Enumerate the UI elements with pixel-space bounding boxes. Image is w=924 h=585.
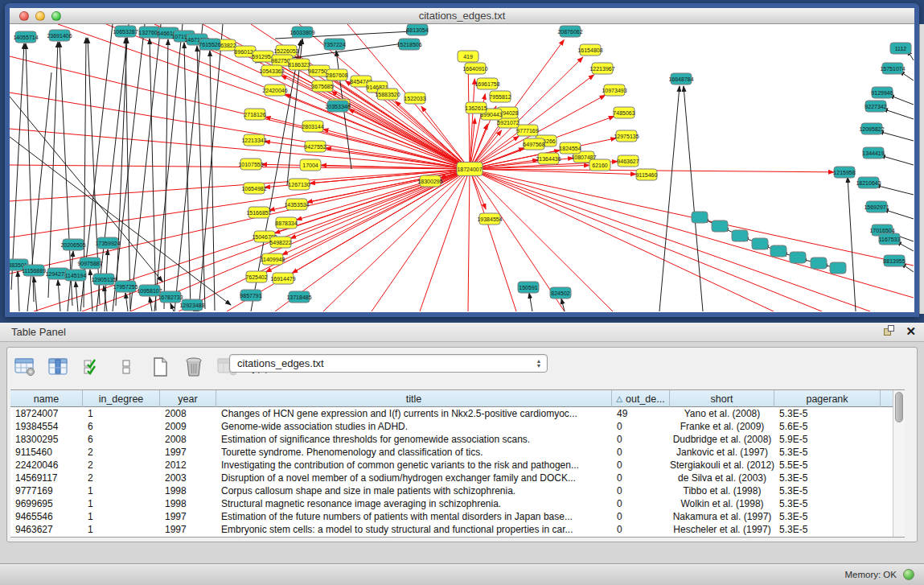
graph-node[interactable]	[115, 281, 136, 292]
row-select-checks-icon[interactable]	[81, 356, 104, 378]
column-visibility-icon[interactable]	[47, 356, 70, 378]
graph-node[interactable]	[890, 43, 911, 54]
graph-node[interactable]	[517, 125, 538, 136]
table-row[interactable]: 2242004622012Investigating the contribut…	[10, 459, 905, 472]
graph-node[interactable]	[866, 201, 887, 212]
graph-node[interactable]	[276, 217, 297, 229]
new-document-icon[interactable]	[149, 356, 171, 378]
graph-node[interactable]	[15, 31, 36, 43]
network-view-window[interactable]: citations_edges.txt 18724007746382289601…	[5, 3, 919, 317]
table-row[interactable]: 911546021997Tourette syndrome. Phenomeno…	[10, 446, 905, 459]
graph-node[interactable]	[518, 282, 539, 293]
graph-node[interactable]	[270, 237, 291, 248]
graph-node[interactable]	[407, 24, 428, 35]
graph-node[interactable]	[265, 84, 285, 96]
graph-node[interactable]	[458, 51, 478, 62]
column-header-out_de[interactable]: △out_de...	[612, 390, 670, 407]
graph-node[interactable]	[479, 213, 500, 225]
graph-node[interactable]	[63, 239, 84, 250]
graph-node[interactable]	[97, 237, 118, 249]
graph-node[interactable]	[636, 169, 657, 180]
graph-node[interactable]	[618, 155, 639, 167]
graph-node[interactable]	[589, 159, 610, 171]
graph-node[interactable]	[261, 65, 282, 76]
close-button[interactable]	[19, 11, 29, 21]
graph-node[interactable]	[490, 91, 511, 102]
table-row[interactable]: 977716911998Corpus callosum shape and si…	[10, 484, 905, 497]
graph-node[interactable]	[872, 87, 893, 98]
graph-node[interactable]	[289, 59, 310, 70]
graph-node[interactable]	[614, 107, 634, 118]
column-header-short[interactable]: short	[670, 390, 774, 407]
graph-node[interactable]	[139, 285, 160, 296]
graph-node[interactable]	[244, 134, 265, 146]
graph-node[interactable]	[65, 270, 86, 281]
graph-node[interactable]	[326, 69, 347, 80]
graph-node[interactable]	[377, 89, 398, 100]
graph-node[interactable]	[465, 63, 486, 74]
graph-node[interactable]	[80, 257, 101, 269]
graph-node[interactable]	[139, 27, 160, 38]
graph-node[interactable]	[538, 153, 559, 164]
graph-node[interactable]	[858, 177, 879, 188]
graph-node[interactable]	[300, 159, 321, 171]
graph-node[interactable]	[327, 101, 348, 112]
graph-node[interactable]	[770, 245, 786, 257]
close-panel-icon[interactable]: ✕	[906, 325, 916, 337]
table-row[interactable]: 1938455462009Genome-wide association stu…	[10, 420, 905, 433]
graph-node[interactable]	[244, 109, 265, 120]
graph-node[interactable]	[324, 39, 345, 50]
graph-node[interactable]	[811, 257, 827, 269]
graph-node[interactable]	[273, 273, 294, 284]
minimize-button[interactable]	[35, 11, 45, 21]
graph-node[interactable]	[312, 80, 333, 92]
graph-node[interactable]	[240, 290, 261, 301]
graph-node[interactable]	[830, 262, 846, 274]
graph-node[interactable]	[863, 147, 884, 159]
graph-node[interactable]	[93, 274, 114, 285]
float-panel-icon[interactable]	[884, 325, 896, 337]
graph-node[interactable]	[240, 159, 261, 170]
graph-node[interactable]	[182, 299, 203, 311]
window-titlebar[interactable]: citations_edges.txt	[10, 8, 914, 24]
graph-node[interactable]	[604, 84, 625, 96]
graph-node[interactable]	[466, 102, 487, 113]
table-row[interactable]: 1456911722003Disruption of a novel membe…	[10, 472, 905, 484]
table-row[interactable]: 969969511998Structural magnetic resonanc…	[10, 497, 905, 510]
graph-node[interactable]	[692, 212, 708, 223]
graph-hub-node[interactable]	[457, 163, 483, 176]
delete-rows-trash-icon[interactable]	[183, 356, 205, 378]
graph-node[interactable]	[302, 121, 323, 132]
column-header-in_degree[interactable]: in_degree	[83, 390, 160, 407]
graph-node[interactable]	[592, 63, 613, 74]
graph-node[interactable]	[305, 141, 326, 152]
graph-node[interactable]	[286, 199, 307, 210]
graph-node[interactable]	[289, 291, 310, 303]
graph-node[interactable]	[879, 233, 900, 245]
graph-node[interactable]	[865, 101, 886, 112]
graph-node[interactable]	[199, 39, 220, 50]
graph-node[interactable]	[115, 26, 136, 37]
graph-node[interactable]	[292, 27, 313, 38]
graph-node[interactable]	[248, 207, 269, 218]
graph-node[interactable]	[477, 78, 498, 89]
graph-node[interactable]	[253, 51, 273, 62]
graph-node[interactable]	[244, 183, 265, 194]
graph-node[interactable]	[49, 30, 70, 41]
graph-node[interactable]	[580, 44, 601, 56]
graph-node[interactable]	[834, 167, 855, 178]
graph-node[interactable]	[246, 271, 267, 282]
graph-node[interactable]	[752, 238, 768, 249]
zoom-button[interactable]	[51, 11, 61, 21]
network-canvas[interactable]: 1872400774638228960124591295415226053982…	[10, 24, 914, 311]
graph-node[interactable]	[884, 255, 905, 266]
graph-node[interactable]	[23, 265, 44, 276]
table-row[interactable]: 1830029562008Estimation of significance …	[10, 433, 905, 446]
stacked-rows-icon[interactable]	[115, 356, 138, 378]
graph-node[interactable]	[882, 63, 903, 74]
table-row[interactable]: 1872400712008Changes of HCN gene express…	[10, 407, 905, 420]
graph-node[interactable]	[160, 291, 181, 303]
graph-node[interactable]	[405, 93, 425, 104]
graph-node[interactable]	[732, 230, 748, 241]
graph-node[interactable]	[560, 142, 581, 154]
